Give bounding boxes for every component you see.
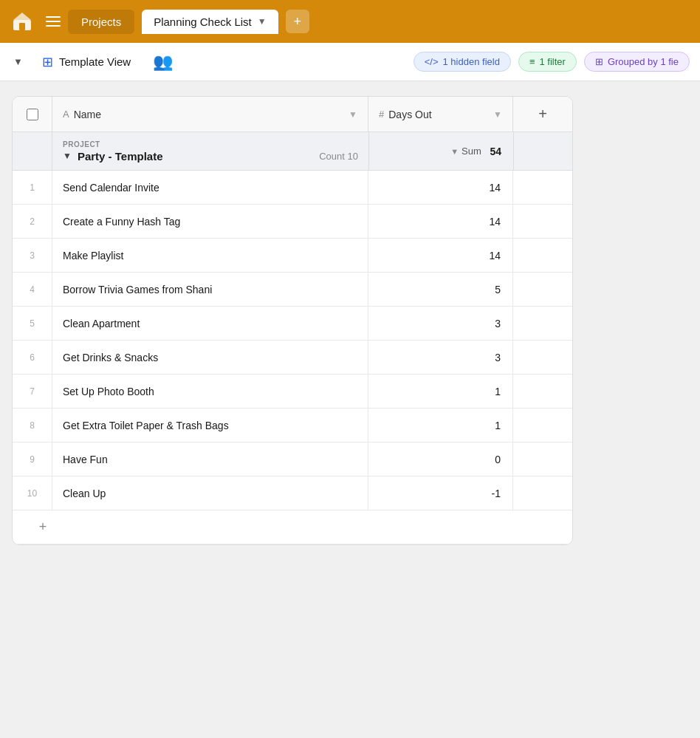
row-days-cell[interactable]: 14 (368, 205, 513, 238)
hidden-field-badge[interactable]: </> 1 hidden field (414, 52, 511, 72)
row-extra-cell (513, 273, 572, 306)
days-out-col-label: Days Out (388, 109, 431, 120)
add-tab-button[interactable]: + (286, 10, 309, 33)
add-column-button[interactable]: + (513, 97, 572, 131)
row-name-cell[interactable]: Get Extra Toilet Paper & Trash Bags (52, 409, 368, 442)
row-check-cell[interactable]: 5 (13, 307, 52, 340)
row-name-cell[interactable]: Get Drinks & Snacks (52, 341, 368, 374)
row-check-cell[interactable]: 10 (13, 476, 52, 510)
row-days-cell[interactable]: 3 (368, 341, 513, 374)
group-header: PROJECT ▼ Party - Template Count 10 ▼ Su… (13, 132, 572, 171)
row-number: 6 (30, 352, 35, 363)
table-row: 4 Borrow Trivia Games from Shani 5 (13, 273, 572, 307)
group-label-cell: PROJECT ▼ Party - Template Count 10 (52, 132, 368, 170)
row-number: 9 (30, 454, 35, 465)
row-name-cell[interactable]: Have Fun (52, 443, 368, 476)
table-row: 7 Set Up Photo Booth 1 (13, 375, 572, 409)
hamburger-menu[interactable] (46, 16, 61, 27)
table-row: 1 Send Calendar Invite 14 (13, 171, 572, 205)
select-all-cell[interactable] (13, 97, 52, 131)
days-out-col-icon: # (379, 109, 384, 120)
row-check-cell[interactable]: 7 (13, 375, 52, 408)
row-number: 4 (30, 284, 35, 295)
row-name-cell[interactable]: Set Up Photo Booth (52, 375, 368, 408)
row-days-cell[interactable]: 1 (368, 375, 513, 408)
people-icon[interactable]: 👥 (147, 49, 179, 75)
row-days-cell[interactable]: 5 (368, 273, 513, 306)
group-header-left (13, 132, 52, 170)
row-name-cell[interactable]: Clean Up (52, 476, 368, 510)
row-extra-cell (513, 205, 572, 238)
name-col-dropdown-arrow[interactable]: ▼ (349, 109, 357, 120)
row-check-cell[interactable]: 6 (13, 341, 52, 374)
nav-tabs (46, 16, 61, 27)
group-sum-cell: ▼ Sum 54 (368, 132, 513, 170)
active-tab[interactable]: Planning Check List ▼ (142, 10, 278, 34)
name-col-icon: A (63, 109, 69, 120)
svg-rect-2 (19, 23, 25, 30)
row-name-cell[interactable]: Clean Apartment (52, 307, 368, 340)
filter-label: 1 filter (539, 56, 565, 67)
days-out-col-dropdown-arrow[interactable]: ▼ (493, 109, 502, 120)
toolbar: ▼ ⊞ Template View 👥 </> 1 hidden field ≡… (0, 43, 700, 81)
collapse-chevron[interactable]: ▼ (10, 53, 26, 70)
row-number: 2 (30, 216, 35, 227)
row-extra-cell (513, 476, 572, 510)
row-days-cell[interactable]: 14 (368, 239, 513, 272)
row-name-cell[interactable]: Send Calendar Invite (52, 171, 368, 204)
table-row: 5 Clean Apartment 3 (13, 307, 572, 341)
filter-badge[interactable]: ≡ 1 filter (518, 52, 577, 72)
count-value: 10 (348, 151, 358, 162)
row-number: 1 (30, 182, 35, 193)
grouped-badge[interactable]: ⊞ Grouped by 1 fie (584, 52, 690, 72)
top-bar: Projects Planning Check List ▼ + (0, 0, 700, 43)
row-days-cell[interactable]: 3 (368, 307, 513, 340)
hidden-field-label: 1 hidden field (443, 56, 500, 67)
group-sum-arrow: ▼ (450, 147, 459, 156)
projects-tab[interactable]: Projects (68, 10, 134, 34)
row-extra-cell (513, 171, 572, 204)
row-check-cell[interactable]: 1 (13, 171, 52, 204)
sum-prefix: Sum (461, 146, 481, 157)
row-check-cell[interactable]: 4 (13, 273, 52, 306)
row-days-cell[interactable]: 0 (368, 443, 513, 476)
row-days-cell[interactable]: -1 (368, 476, 513, 510)
column-headers: A Name ▼ # Days Out ▼ + (13, 97, 572, 132)
table-wrapper: A Name ▼ # Days Out ▼ + PROJECT ▼ Party … (12, 96, 573, 545)
add-row-left: + (23, 519, 63, 535)
row-check-cell[interactable]: 8 (13, 409, 52, 442)
grouped-label: Grouped by 1 fie (608, 56, 679, 67)
app-logo[interactable] (9, 8, 35, 35)
row-days-cell[interactable]: 14 (368, 171, 513, 204)
name-column-header[interactable]: A Name ▼ (52, 97, 368, 131)
row-extra-cell (513, 239, 572, 272)
add-row-icon[interactable]: + (39, 519, 47, 535)
name-col-label: Name (74, 109, 101, 120)
group-count: Count 10 (319, 151, 358, 162)
row-extra-cell (513, 307, 572, 340)
data-rows: 1 Send Calendar Invite 14 2 Create a Fun… (13, 171, 572, 510)
group-title-row: ▼ Party - Template Count 10 (63, 150, 358, 163)
row-number: 10 (27, 488, 37, 499)
group-sum-right (513, 132, 572, 170)
sum-value: 54 (490, 146, 501, 157)
template-view-tab[interactable]: ⊞ Template View (33, 49, 140, 75)
days-out-column-header[interactable]: # Days Out ▼ (368, 97, 513, 131)
add-row[interactable]: + (13, 510, 572, 544)
filter-icon: ≡ (529, 56, 535, 67)
table-row: 10 Clean Up -1 (13, 476, 572, 510)
row-number: 5 (30, 318, 35, 329)
row-check-cell[interactable]: 3 (13, 239, 52, 272)
row-name-cell[interactable]: Make Playlist (52, 239, 368, 272)
row-days-cell[interactable]: 1 (368, 409, 513, 442)
table-row: 3 Make Playlist 14 (13, 239, 572, 273)
group-collapse-chevron[interactable]: ▼ (63, 151, 72, 161)
row-check-cell[interactable]: 2 (13, 205, 52, 238)
row-name-cell[interactable]: Create a Funny Hash Tag (52, 205, 368, 238)
row-name-cell[interactable]: Borrow Trivia Games from Shani (52, 273, 368, 306)
group-title: Party - Template (78, 150, 163, 163)
row-check-cell[interactable]: 9 (13, 443, 52, 476)
select-all-checkbox[interactable] (27, 109, 38, 120)
row-number: 3 (30, 250, 35, 261)
hidden-field-icon: </> (425, 56, 439, 67)
